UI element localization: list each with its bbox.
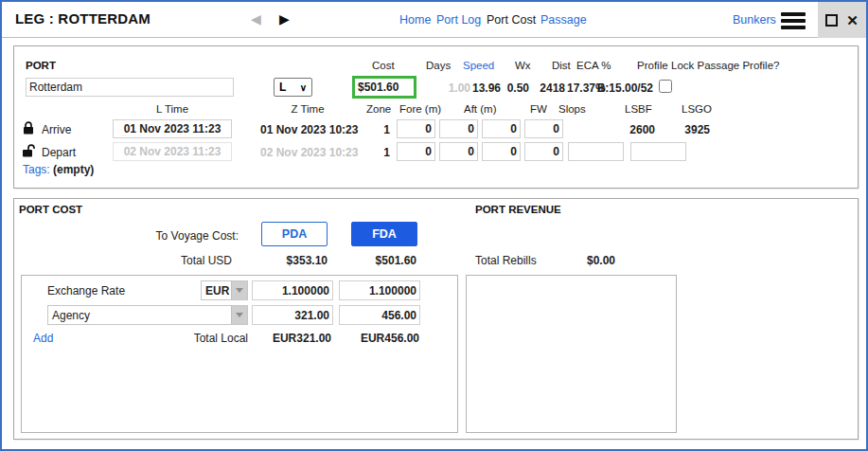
port-revenue-heading: PORT REVENUE <box>475 204 561 215</box>
depart-zone: 1 <box>376 146 390 159</box>
depart-fw-input[interactable] <box>482 142 521 161</box>
depart-ztime: 02 Nov 2023 10:23 <box>260 146 355 159</box>
arrive-ztime: 01 Nov 2023 10:23 <box>260 123 355 136</box>
total-rebills-label: Total Rebills <box>475 254 537 267</box>
arrive-label: Arrive <box>42 123 71 136</box>
depart-lsbf-input[interactable] <box>568 142 624 161</box>
leg-window: LEG : ROTTERDAM ◀ ▶ Home Port Log Port C… <box>0 0 868 451</box>
rate-fda-input[interactable] <box>339 280 420 300</box>
titlebar-controls: ✕ <box>818 2 866 38</box>
next-leg-arrow-icon[interactable]: ▶ <box>279 11 290 27</box>
header-slops: Slops <box>558 103 586 115</box>
depart-ltime-input <box>113 142 232 161</box>
pda-button[interactable]: PDA <box>261 222 328 246</box>
header-z-time: Z Time <box>260 103 355 115</box>
header-l-time: L Time <box>113 103 232 115</box>
prev-leg-arrow-icon[interactable]: ◀ <box>251 11 261 27</box>
value-dist: 2418 <box>532 81 565 95</box>
nav-link-home[interactable]: Home <box>399 13 431 27</box>
depart-lsgo-input[interactable] <box>630 142 686 161</box>
header-lsgo: LSGO <box>682 103 712 115</box>
arrive-aft-input[interactable] <box>439 119 478 138</box>
side-select-value: L <box>279 81 286 94</box>
header-cost: Cost <box>372 60 395 71</box>
close-icon[interactable]: ✕ <box>846 14 859 27</box>
arrive-lsbf: 2600 <box>608 123 655 136</box>
cost-field-highlighted[interactable]: $501.60 <box>352 76 416 99</box>
value-speed: 13.96 <box>463 81 501 95</box>
lock-open-icon[interactable] <box>22 144 36 158</box>
depart-label: Depart <box>42 146 76 159</box>
header-speed-link[interactable]: Speed <box>463 60 494 71</box>
lock-passage-checkbox[interactable] <box>659 80 672 93</box>
header-zone: Zone <box>366 103 391 115</box>
port-label: PORT <box>26 60 56 71</box>
currency-select[interactable]: EUR <box>201 280 248 300</box>
value-profile: B:15.00/52 <box>596 81 653 95</box>
port-cost-heading: PORT COST <box>19 204 82 215</box>
arrive-ltime-input[interactable] <box>113 119 232 138</box>
currency-value: EUR <box>202 281 231 299</box>
nav-link-port-log[interactable]: Port Log <box>436 13 481 27</box>
header-lock-passage: Lock Passage Profile? <box>671 60 779 71</box>
exchange-rate-label: Exchange Rate <box>47 284 125 298</box>
arrive-fore-input[interactable] <box>397 119 435 138</box>
header-profile: Profile <box>637 60 668 71</box>
total-rebills-value: $0.00 <box>587 254 615 267</box>
depart-aft-input[interactable] <box>439 142 478 161</box>
fda-button[interactable]: FDA <box>351 222 417 246</box>
agency-fda-input[interactable] <box>339 305 420 325</box>
header-eca: ECA % <box>576 60 611 71</box>
tags-value: (empty) <box>53 163 94 176</box>
nav-link-bunkers[interactable]: Bunkers <box>733 13 776 27</box>
value-wx: 0.50 <box>504 81 529 95</box>
header-fore: Fore (m) <box>399 103 441 115</box>
to-voyage-cost-label: To Voyage Cost: <box>144 229 239 243</box>
dropdown-arrow-icon <box>231 306 247 324</box>
header-dist: Dist <box>552 60 571 71</box>
page-title: LEG : ROTTERDAM <box>15 10 151 27</box>
add-link[interactable]: Add <box>33 332 53 345</box>
lock-closed-icon[interactable] <box>23 121 34 135</box>
rebills-panel <box>466 275 677 433</box>
header-aft: Aft (m) <box>464 103 497 115</box>
rate-pda-input[interactable] <box>252 280 333 300</box>
titlebar: LEG : ROTTERDAM ◀ ▶ Home Port Log Port C… <box>2 2 866 38</box>
total-usd-fda-value: $501.60 <box>360 254 416 267</box>
total-usd-pda-value: $353.10 <box>271 254 328 267</box>
agency-pda-input[interactable] <box>252 305 333 325</box>
menu-icon[interactable] <box>781 12 806 32</box>
chevron-down-icon: ∨ <box>300 82 307 93</box>
arrive-fw-input[interactable] <box>482 119 521 138</box>
nav-link-passage[interactable]: Passage <box>540 13 587 27</box>
dropdown-arrow-icon <box>231 281 247 299</box>
depart-fore-input[interactable] <box>397 142 435 161</box>
header-wx: Wx <box>515 60 531 71</box>
header-fw: FW <box>530 103 547 115</box>
nav-tab-port-cost[interactable]: Port Cost <box>487 13 536 27</box>
depart-slops-input[interactable] <box>524 142 563 161</box>
total-local-fda-value: EUR456.00 <box>342 332 419 345</box>
header-days: Days <box>426 60 451 71</box>
total-local-pda-value: EUR321.00 <box>256 332 331 345</box>
cost-value: $501.60 <box>358 81 399 94</box>
maximize-icon[interactable] <box>825 14 838 27</box>
port-name-input[interactable] <box>26 78 234 97</box>
total-local-label: Total Local <box>172 332 248 345</box>
arrive-zone: 1 <box>376 123 390 136</box>
agency-select[interactable]: Agency <box>47 305 248 325</box>
side-select[interactable]: L ∨ <box>274 78 312 97</box>
total-usd-label: Total USD <box>156 254 232 267</box>
arrive-slops-input[interactable] <box>524 119 563 138</box>
tags-link[interactable]: Tags: <box>23 163 50 176</box>
agency-value: Agency <box>48 306 231 324</box>
arrive-lsgo: 3925 <box>664 123 710 136</box>
header-lsbf: LSBF <box>625 103 652 115</box>
